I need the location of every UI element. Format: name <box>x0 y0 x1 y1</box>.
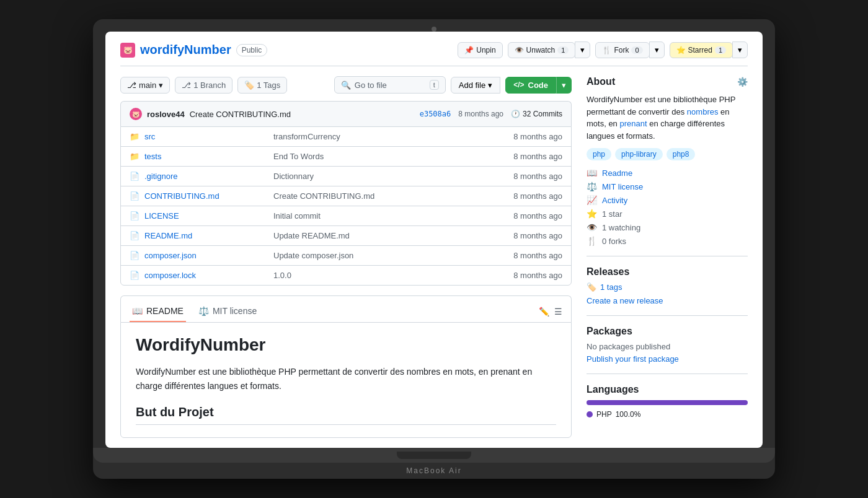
about-link-readme[interactable]: 📖 Readme <box>587 168 748 178</box>
fork-button[interactable]: 🍴 Fork 0 <box>595 42 649 58</box>
file-commit-message: Initial commit <box>273 211 495 221</box>
about-link-license[interactable]: ⚖️ MIT license <box>587 181 748 191</box>
laptop-label: MacBook Air <box>105 463 763 479</box>
folder-icon: 📁 <box>130 152 140 161</box>
table-row: 📄CONTRIBUTING.mdCreate CONTRIBUTING.md8 … <box>121 186 571 206</box>
readme-tab-icon: 📖 <box>132 306 143 316</box>
star-link-icon: ⭐ <box>587 209 597 219</box>
file-commit-message: Update README.md <box>273 231 495 240</box>
branch-count[interactable]: ⎇ 1 Branch <box>175 77 232 94</box>
readme-content: WordifyNumber WordifyNumber est une bibl… <box>120 322 572 438</box>
visibility-badge: Public <box>236 44 268 56</box>
tag-count[interactable]: 🏷️ 1 Tags <box>237 77 287 94</box>
php-language-percent: 100.0% <box>616 410 641 419</box>
file-time: 8 months ago <box>500 231 562 240</box>
goto-file-search[interactable]: 🔍 Go to file t <box>334 76 446 94</box>
table-row: 📄.gitignoreDictionnary8 months ago <box>121 167 571 186</box>
tag-php8[interactable]: php8 <box>666 148 696 160</box>
tab-readme[interactable]: 📖 README <box>130 301 186 322</box>
about-description: WordifyNumber est une bibliothèque PHP p… <box>587 94 748 142</box>
license-tab-icon: ⚖️ <box>198 306 209 316</box>
code-dropdown[interactable]: ▾ <box>556 77 572 94</box>
add-file-button[interactable]: Add file ▾ <box>451 77 500 94</box>
tab-license[interactable]: ⚖️ MIT license <box>196 301 259 322</box>
table-row: 📄composer.jsonUpdate composer.json8 mont… <box>121 246 571 266</box>
readme-tabs: 📖 README ⚖️ MIT license ✏️ ☰ <box>120 295 572 322</box>
file-list: 📁srctransformCurrency8 months ago📁testsE… <box>120 126 572 286</box>
tag-php[interactable]: php <box>587 148 611 160</box>
search-shortcut: t <box>430 80 439 90</box>
file-time: 8 months ago <box>500 172 562 181</box>
about-links: 📖 Readme ⚖️ MIT license 📈 Activity <box>587 168 748 246</box>
file-name[interactable]: tests <box>144 152 268 161</box>
packages-title: Packages <box>587 326 748 337</box>
file-time: 8 months ago <box>500 211 562 221</box>
table-row: 📄composer.lock1.0.08 months ago <box>121 266 571 285</box>
table-row: 📄LICENSEInitial commit8 months ago <box>121 206 571 226</box>
language-legend: PHP 100.0% <box>587 410 748 419</box>
file-name[interactable]: README.md <box>144 231 268 240</box>
no-packages-text: No packages published <box>587 342 748 351</box>
tags-link[interactable]: 🏷️ 1 tags <box>587 282 748 292</box>
about-link-forks[interactable]: 🍴 0 forks <box>587 236 748 246</box>
commits-count[interactable]: 🕐 32 Commits <box>511 110 562 118</box>
watch-link-icon: 👁️ <box>587 222 597 232</box>
file-icon: 📄 <box>130 172 140 181</box>
star-dropdown[interactable]: ▾ <box>732 42 748 58</box>
unwatch-dropdown[interactable]: ▾ <box>575 42 590 58</box>
list-icon[interactable]: ☰ <box>554 307 562 317</box>
fork-icon: 🍴 <box>602 46 611 55</box>
file-name[interactable]: CONTRIBUTING.md <box>144 191 268 201</box>
file-name[interactable]: .gitignore <box>144 172 268 181</box>
commit-bar: 🐷 roslove44 Create CONTRIBUTING.md e3508… <box>120 101 572 126</box>
star-button[interactable]: ⭐ Starred 1 <box>670 42 733 58</box>
file-time: 8 months ago <box>500 132 562 141</box>
about-link-watching[interactable]: 👁️ 1 watching <box>587 222 748 232</box>
create-release-link[interactable]: Create a new release <box>587 296 663 305</box>
about-title: About <box>587 76 615 87</box>
edit-icon[interactable]: ✏️ <box>539 307 549 317</box>
commit-author[interactable]: roslove44 <box>147 110 185 119</box>
languages-section: Languages PHP 100.0% <box>587 384 748 419</box>
table-row: 📁testsEnd To Words8 months ago <box>121 147 571 167</box>
releases-section: Releases 🏷️ 1 tags Create a new release <box>587 266 748 305</box>
commit-time: 8 months ago <box>458 110 503 118</box>
star-icon: ⭐ <box>676 46 686 55</box>
table-row: 📁srctransformCurrency8 months ago <box>121 127 571 147</box>
tag-icon: 🏷️ <box>244 81 254 90</box>
file-name[interactable]: src <box>144 132 268 141</box>
publish-package-link[interactable]: Publish your first package <box>587 354 679 364</box>
code-button[interactable]: </> Code <box>505 77 556 94</box>
file-time: 8 months ago <box>500 152 562 161</box>
settings-icon[interactable]: ⚙️ <box>737 77 748 87</box>
about-link-activity[interactable]: 📈 Activity <box>587 195 748 205</box>
branch-selector[interactable]: ⎇ main ▾ <box>120 77 170 94</box>
unwatch-button[interactable]: 👁️ Unwatch 1 <box>508 42 576 58</box>
repo-actions: 📌 Unpin 👁️ Unwatch 1 ▾ 🍴 <box>458 42 748 58</box>
repo-name[interactable]: wordifyNumber <box>140 43 231 57</box>
file-name[interactable]: composer.lock <box>144 271 268 280</box>
tag-php-library[interactable]: php-library <box>615 148 663 160</box>
readme-section-but-du-projet: But du Projet <box>136 405 556 425</box>
sidebar: About ⚙️ WordifyNumber est une bibliothè… <box>587 76 748 438</box>
file-name[interactable]: composer.json <box>144 251 268 260</box>
fork-dropdown[interactable]: ▾ <box>649 42 665 58</box>
releases-title: Releases <box>587 266 748 277</box>
about-section: About ⚙️ WordifyNumber est une bibliothè… <box>587 76 748 246</box>
unpin-button[interactable]: 📌 Unpin <box>458 42 502 58</box>
license-link-icon: ⚖️ <box>587 181 597 191</box>
about-link-stars[interactable]: ⭐ 1 star <box>587 209 748 219</box>
php-language-dot <box>587 411 593 417</box>
file-name[interactable]: LICENSE <box>144 211 268 221</box>
topic-tags: php php-library php8 <box>587 148 748 160</box>
search-icon: 🔍 <box>341 81 351 90</box>
file-time: 8 months ago <box>500 271 562 280</box>
table-row: 📄README.mdUpdate README.md8 months ago <box>121 226 571 246</box>
file-commit-message: End To Words <box>273 152 495 161</box>
file-icon: 📄 <box>130 191 140 201</box>
file-commit-message: Create CONTRIBUTING.md <box>273 191 495 201</box>
readme-title: WordifyNumber <box>136 335 556 355</box>
file-commit-message: Dictionnary <box>273 172 495 181</box>
commit-hash[interactable]: e3508a6 <box>420 110 451 118</box>
file-icon: 📄 <box>130 271 140 280</box>
